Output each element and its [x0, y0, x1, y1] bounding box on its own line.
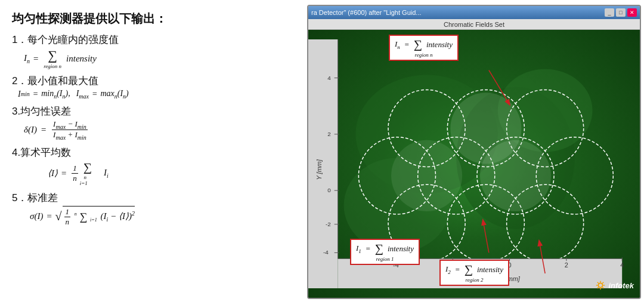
svg-point-8	[358, 137, 435, 214]
callout-2: I2 = ∑ intensity region 2	[439, 260, 509, 286]
item-4: 4.算术平均数 ⟨I⟩ = 1 n ∑ n i=1 Ii	[12, 146, 292, 186]
svg-line-52	[597, 282, 599, 283]
maximize-button[interactable]: □	[616, 8, 626, 17]
svg-text:0: 0	[327, 187, 331, 193]
svg-text:4: 4	[327, 75, 331, 81]
svg-point-17	[480, 140, 551, 211]
item-3-label: 3.均匀性误差	[12, 104, 292, 118]
svg-point-5	[388, 90, 465, 167]
callout-1: I1 = ∑ intensity region 1	[350, 239, 420, 265]
svg-line-44	[489, 70, 510, 105]
svg-line-46	[539, 241, 545, 274]
item-5-label: 5．标准差	[12, 191, 292, 205]
window-title: ra Detector" (#600) after "Light Guid...	[311, 9, 422, 16]
svg-point-15	[450, 93, 521, 164]
close-button[interactable]: ✕	[627, 8, 637, 17]
item-5: 5．标准差 σ(I) = √ 1 n n ∑ i=1 (Ii − ⟨I⟩)2	[12, 191, 292, 227]
svg-text:Y [mm]: Y [mm]	[315, 159, 323, 180]
infotek-gear-icon	[595, 280, 606, 291]
formula-3: δ(I) = Imax − Imin Imax + Imin	[24, 119, 292, 141]
callout-n-label: region n	[395, 52, 453, 58]
svg-point-10	[477, 137, 554, 214]
item-2-label: 2．最小值和最大值	[12, 74, 292, 88]
left-panel: 均匀性探测器提供以下输出： 1．每个光瞳内的强度值 In = ∑ region …	[0, 0, 304, 302]
callout-1-label: region 1	[356, 256, 414, 262]
svg-point-11	[536, 137, 613, 214]
item-1-label: 1．每个光瞳内的强度值	[12, 33, 292, 47]
svg-point-16	[391, 140, 462, 211]
svg-text:-4: -4	[323, 249, 329, 255]
svg-point-7	[507, 90, 584, 167]
svg-text:4: 4	[620, 261, 624, 269]
svg-text:-2: -2	[326, 221, 331, 227]
svg-point-6	[447, 90, 524, 167]
svg-point-9	[418, 137, 495, 214]
svg-line-55	[597, 287, 599, 288]
svg-point-47	[599, 283, 603, 287]
svg-line-54	[603, 282, 604, 283]
infotek-logo: infotek	[595, 280, 634, 291]
window-content: -4 -2 0 2 4 X [mm] 4 2 0	[308, 30, 640, 298]
svg-line-45	[483, 220, 489, 253]
item-4-label: 4.算术平均数	[12, 146, 292, 159]
svg-text:2: 2	[565, 261, 568, 269]
svg-point-1	[355, 75, 497, 194]
svg-line-53	[603, 287, 604, 288]
formula-2: Imin = minn(In), Imax = maxn(In)	[18, 89, 292, 100]
formula-4: ⟨I⟩ = 1 n ∑ n i=1 Ii	[48, 161, 292, 186]
formula-5: σ(I) = √ 1 n n ∑ i=1 (Ii − ⟨I⟩)2	[30, 206, 292, 227]
svg-point-14	[507, 184, 584, 261]
svg-point-2	[456, 87, 575, 229]
callout-2-label: region 2	[445, 277, 503, 283]
optical-image: -4 -2 0 2 4 X [mm] 4 2 0	[308, 30, 640, 298]
window-subtitle: Chromatic Fields Set	[308, 19, 640, 30]
svg-text:2: 2	[327, 131, 331, 137]
item-3: 3.均匀性误差 δ(I) = Imax − Imin Imax + Imin	[12, 104, 292, 141]
svg-rect-19	[308, 39, 338, 288]
svg-point-13	[447, 184, 524, 261]
right-panel: ra Detector" (#600) after "Light Guid...…	[304, 0, 644, 302]
formula-1: In = ∑ region n intensity	[24, 48, 292, 69]
callout-n: In = ∑ intensity region n	[389, 35, 459, 61]
window-titlebar: ra Detector" (#600) after "Light Guid...…	[308, 6, 640, 19]
page-title: 均匀性探测器提供以下输出：	[12, 11, 292, 27]
window-frame: ra Detector" (#600) after "Light Guid...…	[307, 5, 641, 299]
infotek-text: infotek	[608, 281, 634, 290]
item-1: 1．每个光瞳内的强度值 In = ∑ region n intensity	[12, 33, 292, 69]
item-2: 2．最小值和最大值 Imin = minn(In), Imax = maxn(I…	[12, 74, 292, 100]
minimize-button[interactable]: _	[605, 8, 614, 17]
window-controls[interactable]: _ □ ✕	[605, 8, 637, 17]
svg-point-4	[498, 69, 593, 152]
